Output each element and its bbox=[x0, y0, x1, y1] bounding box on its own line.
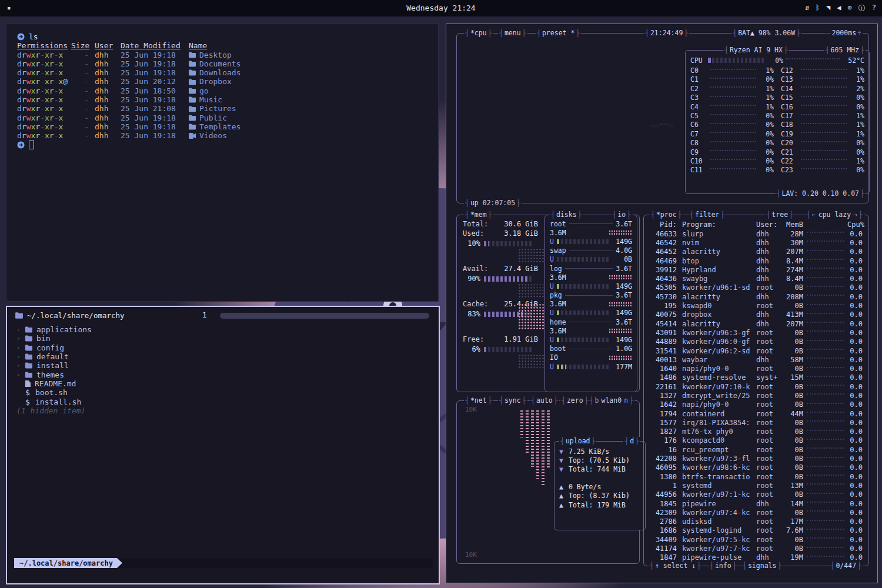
proc-row[interactable]: 46436swaybgdhh8.4M0.0 bbox=[650, 274, 863, 283]
proc-column-header[interactable]: Cpu% bbox=[847, 220, 863, 229]
preset-button[interactable]: ┤preset *├ bbox=[536, 29, 581, 38]
file-name[interactable]: go bbox=[189, 86, 209, 95]
net-interface-switcher[interactable]: ┤bwlan0n├ bbox=[589, 396, 634, 405]
info-icon[interactable]: ⓘ bbox=[858, 4, 866, 14]
file-name[interactable]: Public bbox=[189, 113, 227, 122]
file-row[interactable]: $install.sh bbox=[16, 397, 215, 406]
file-name[interactable]: Music bbox=[189, 95, 222, 104]
globe-icon[interactable]: ⊕ bbox=[848, 4, 852, 14]
file-manager-window[interactable]: ~/.local/share/omarchy 1 ›applications›b… bbox=[6, 306, 440, 584]
proc-row[interactable]: 44956kworker/u97:1-kcroot0B0.0 bbox=[650, 490, 863, 499]
bluetooth-icon[interactable]: ᛒ bbox=[816, 4, 820, 14]
proc-row[interactable]: 45414alacrittydhh207M0.0 bbox=[650, 319, 863, 328]
proc-row[interactable]: 1845pipewiredhh14M0.0 bbox=[650, 499, 863, 508]
proc-row[interactable]: 1systemdroot13M0.0 bbox=[650, 481, 863, 490]
proc-row[interactable]: 1380btrfs-transactioroot0B0.0 bbox=[650, 472, 863, 481]
file-row[interactable]: $boot.sh bbox=[16, 388, 215, 397]
process-table-header[interactable]: Pid:Program:User:MemBCpu% bbox=[650, 220, 863, 229]
proc-row[interactable]: 46469btopdhh8.4M0.0 bbox=[650, 256, 863, 265]
download-toggle[interactable]: ┤d├ bbox=[623, 437, 640, 446]
auto-button[interactable]: ┤auto├ bbox=[530, 396, 559, 405]
date-modified: 25 Jun 19:18 bbox=[121, 113, 182, 122]
proc-row[interactable]: 2786udisksdroot17M0.0 bbox=[650, 517, 863, 526]
proc-column-header[interactable]: User: bbox=[756, 220, 782, 229]
updates-icon[interactable]: ⇵ bbox=[805, 4, 809, 14]
proc-row[interactable]: 1327dmcrypt_write/25root0B0.0 bbox=[650, 391, 863, 400]
sort-selector[interactable]: ┤←cpu lazy→├ bbox=[806, 211, 864, 219]
proc-row[interactable]: 34409kworker/u97:5-kcroot0B0.0 bbox=[650, 535, 863, 544]
io-mode-toggle[interactable]: ┤io├ bbox=[611, 211, 632, 219]
terminal-window-ls[interactable]: ls PermissionsSizeUserDate ModifiedName … bbox=[6, 24, 439, 302]
preview-pane-bar[interactable] bbox=[220, 313, 429, 319]
file-name[interactable]: Dropbox bbox=[189, 77, 232, 86]
file-name[interactable]: Downloads bbox=[189, 68, 240, 77]
proc-row[interactable]: 46542nvimdhh30M0.0 bbox=[650, 238, 863, 247]
proc-row[interactable]: 40075dropboxdhh413M0.0 bbox=[650, 310, 863, 319]
file-name[interactable]: Pictures bbox=[189, 104, 236, 113]
file-name[interactable]: Templates bbox=[189, 122, 240, 131]
proc-pid: 42309 bbox=[650, 509, 677, 517]
proc-row[interactable]: 46452alacrittydhh207M0.0 bbox=[650, 248, 863, 256]
help-icon[interactable]: ? bbox=[872, 4, 876, 14]
proc-row[interactable]: 44889kworker/u96:0-gfroot0B0.0 bbox=[650, 338, 863, 346]
file-name[interactable]: Desktop bbox=[189, 51, 232, 59]
proc-column-header[interactable]: Program: bbox=[682, 220, 756, 229]
proc-row[interactable]: 43091kworker/u96:3-gfroot0B0.0 bbox=[650, 328, 863, 337]
workspace-indicator-icon[interactable]: ▪ bbox=[7, 4, 11, 12]
proc-row[interactable]: 1686systemd-logindroot7.6M0.0 bbox=[650, 526, 863, 535]
file-row[interactable]: ›bin bbox=[16, 334, 215, 343]
core-label: C18 bbox=[781, 121, 799, 129]
proc-mem: 0B bbox=[782, 419, 803, 427]
system-monitor-window[interactable]: ┤*cpu├ ┤menu├ ┤preset *├ ┤21:24:49├ ┤BAT… bbox=[446, 24, 878, 583]
sync-button[interactable]: ┤sync├ bbox=[498, 396, 527, 405]
proc-row[interactable]: 45730alacrittydhh208M0.0 bbox=[650, 292, 863, 301]
proc-row[interactable]: 31541kworker/u96:2-sdroot0B0.0 bbox=[650, 346, 863, 355]
proc-row[interactable]: 45305kworker/u96:1-sdroot0B0.0 bbox=[650, 283, 863, 292]
proc-row[interactable]: 1847pipewire-pulsedhh19M0.0 bbox=[650, 553, 863, 562]
info-button[interactable]: ┤info├ bbox=[709, 562, 738, 570]
signals-button[interactable]: ┤signals├ bbox=[741, 562, 783, 570]
proc-row[interactable]: 195kswapd0root0B0.0 bbox=[650, 301, 863, 310]
tree-toggle[interactable]: ┤tree├ bbox=[765, 211, 794, 219]
file-row[interactable]: README.md bbox=[16, 379, 215, 388]
wifi-icon[interactable]: ◥ bbox=[826, 4, 830, 14]
file-row[interactable]: ›themes bbox=[16, 370, 215, 379]
proc-row[interactable]: 1640napi/phy0-0root0B0.0 bbox=[650, 364, 863, 373]
file-name[interactable]: Videos bbox=[189, 131, 227, 140]
proc-row[interactable]: 46633slurpdhh28M0.0 bbox=[650, 229, 863, 238]
select-hint[interactable]: ┤↑ select ↓├ bbox=[649, 562, 702, 570]
proc-row[interactable]: 176kcompactd0root0B0.0 bbox=[650, 436, 863, 445]
file-row[interactable]: ›config bbox=[16, 343, 215, 352]
menu-button[interactable]: ┤menu├ bbox=[498, 29, 527, 38]
proc-row[interactable]: 1486systemd-resolvesyst+15M0.0 bbox=[650, 373, 863, 382]
file-row[interactable]: ›default bbox=[16, 352, 215, 361]
clock[interactable]: Wednesday 21:24 bbox=[406, 4, 475, 12]
file-owner: dhh bbox=[95, 86, 115, 95]
refresh-interval-control[interactable]: −2000ms+ bbox=[826, 29, 863, 38]
proc-column-header[interactable]: Pid: bbox=[650, 220, 677, 229]
proc-row[interactable]: 1827mt76-tx phy0root0B0.0 bbox=[650, 427, 863, 436]
leader-dots bbox=[807, 537, 844, 539]
volume-icon[interactable]: ◀ bbox=[837, 4, 841, 14]
proc-row[interactable]: 22161kworker/u97:10-kroot0B0.0 bbox=[650, 382, 863, 391]
download-stat-row: ▼Top: (70.5 Kib) bbox=[559, 456, 640, 465]
proc-row[interactable]: 39912Hyprlanddhh274M0.0 bbox=[650, 265, 863, 274]
file-name[interactable]: Documents bbox=[189, 59, 240, 68]
proc-row[interactable]: 41174kworker/u97:7-kcroot0B0.0 bbox=[650, 544, 863, 553]
proc-cpu: 0.0 bbox=[847, 347, 863, 355]
filter-button[interactable]: ┤filter├ bbox=[689, 211, 726, 219]
proc-row[interactable]: 46095kworker/u98:6-kcroot0B0.0 bbox=[650, 463, 863, 472]
proc-row[interactable]: 16rcu_preemptroot0B0.0 bbox=[650, 445, 863, 454]
zero-button[interactable]: ┤zero├ bbox=[560, 396, 590, 405]
prompt-line-empty[interactable] bbox=[17, 141, 427, 149]
proc-row[interactable]: 42309kworker/u97:4-kcroot0B0.0 bbox=[650, 508, 863, 517]
file-row[interactable]: ›install bbox=[16, 361, 215, 370]
proc-row[interactable]: 1642napi/phy0-0root0B0.0 bbox=[650, 400, 863, 409]
proc-column-header[interactable]: MemB bbox=[782, 220, 803, 229]
file-row[interactable]: ›applications bbox=[16, 325, 215, 334]
proc-row[interactable]: 42208kworker/u97:3-flroot0B0.0 bbox=[650, 454, 863, 463]
date-modified: 25 Jun 19:18 bbox=[121, 95, 182, 104]
proc-row[interactable]: 40013waybardhh58M0.0 bbox=[650, 355, 863, 364]
proc-row[interactable]: 1577irq/81-PIXA3854:root0B0.0 bbox=[650, 418, 863, 427]
proc-row[interactable]: 1794containerdroot44M0.0 bbox=[650, 409, 863, 418]
